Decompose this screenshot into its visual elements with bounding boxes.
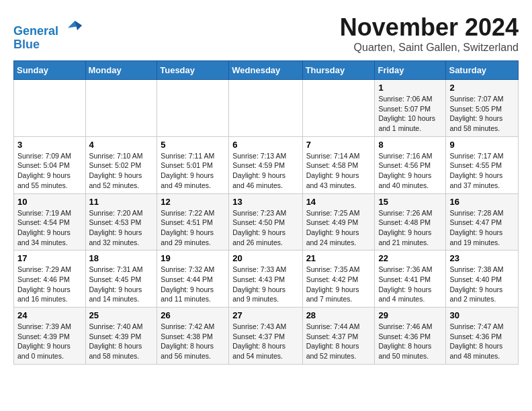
logo-line2: Blue [13,38,82,52]
calendar-week-row: 17Sunrise: 7:29 AM Sunset: 4:46 PM Dayli… [14,250,519,308]
day-info: Sunrise: 7:17 AM Sunset: 4:55 PM Dayligh… [449,151,515,191]
day-number: 8 [378,140,442,150]
day-info: Sunrise: 7:36 AM Sunset: 4:41 PM Dayligh… [378,265,442,304]
calendar-cell: 30Sunrise: 7:47 AM Sunset: 4:36 PM Dayli… [446,308,519,365]
day-number: 15 [378,197,442,207]
calendar-cell: 25Sunrise: 7:40 AM Sunset: 4:39 PM Dayli… [85,308,157,365]
day-info: Sunrise: 7:22 AM Sunset: 4:51 PM Dayligh… [161,208,225,248]
day-info: Sunrise: 7:07 AM Sunset: 5:05 PM Dayligh… [449,94,515,134]
day-info: Sunrise: 7:42 AM Sunset: 4:38 PM Dayligh… [161,322,225,361]
day-number: 11 [89,197,154,207]
calendar-cell: 24Sunrise: 7:39 AM Sunset: 4:39 PM Dayli… [14,308,86,365]
calendar-cell: 18Sunrise: 7:31 AM Sunset: 4:45 PM Dayli… [85,250,157,308]
day-info: Sunrise: 7:28 AM Sunset: 4:47 PM Dayligh… [449,208,515,248]
calendar-cell: 3Sunrise: 7:09 AM Sunset: 5:04 PM Daylig… [14,136,86,193]
day-number: 13 [232,197,298,207]
day-info: Sunrise: 7:47 AM Sunset: 4:36 PM Dayligh… [449,322,515,361]
calendar-cell: 20Sunrise: 7:33 AM Sunset: 4:43 PM Dayli… [229,250,302,308]
day-number: 2 [449,83,515,93]
calendar-cell: 1Sunrise: 7:06 AM Sunset: 5:07 PM Daylig… [375,80,446,137]
day-number: 29 [378,310,442,320]
day-info: Sunrise: 7:44 AM Sunset: 4:37 PM Dayligh… [306,322,371,361]
page-header: General Blue November 2024 Quarten, Sain… [13,13,519,54]
calendar-cell: 2Sunrise: 7:07 AM Sunset: 5:05 PM Daylig… [446,80,519,137]
day-info: Sunrise: 7:13 AM Sunset: 4:59 PM Dayligh… [232,151,298,191]
day-number: 28 [306,310,371,320]
day-number: 10 [17,197,82,207]
calendar-cell: 15Sunrise: 7:26 AM Sunset: 4:48 PM Dayli… [375,193,446,250]
day-number: 3 [17,140,82,150]
day-number: 18 [89,253,154,263]
calendar-cell: 7Sunrise: 7:14 AM Sunset: 4:58 PM Daylig… [302,136,375,193]
month-title: November 2024 [340,13,519,42]
day-number: 9 [449,140,515,150]
day-info: Sunrise: 7:33 AM Sunset: 4:43 PM Dayligh… [232,265,298,304]
day-info: Sunrise: 7:19 AM Sunset: 4:54 PM Dayligh… [17,208,82,248]
day-of-week-header: Tuesday [157,61,229,80]
day-number: 14 [306,197,371,207]
day-of-week-header: Sunday [14,61,86,80]
calendar-cell [302,80,375,137]
calendar-cell: 9Sunrise: 7:17 AM Sunset: 4:55 PM Daylig… [446,136,519,193]
calendar-cell: 17Sunrise: 7:29 AM Sunset: 4:46 PM Dayli… [14,250,86,308]
day-number: 20 [232,253,298,263]
calendar-cell [157,80,229,137]
calendar-cell [85,80,157,137]
logo-line1: General [13,24,58,38]
day-info: Sunrise: 7:39 AM Sunset: 4:39 PM Dayligh… [17,322,82,361]
day-info: Sunrise: 7:25 AM Sunset: 4:49 PM Dayligh… [306,208,371,248]
calendar-cell: 12Sunrise: 7:22 AM Sunset: 4:51 PM Dayli… [157,193,229,250]
calendar-cell: 10Sunrise: 7:19 AM Sunset: 4:54 PM Dayli… [14,193,86,250]
calendar-week-row: 1Sunrise: 7:06 AM Sunset: 5:07 PM Daylig… [14,80,519,137]
day-of-week-header: Saturday [446,61,519,80]
calendar-week-row: 24Sunrise: 7:39 AM Sunset: 4:39 PM Dayli… [14,308,519,365]
day-info: Sunrise: 7:09 AM Sunset: 5:04 PM Dayligh… [17,151,82,191]
calendar-cell: 22Sunrise: 7:36 AM Sunset: 4:41 PM Dayli… [375,250,446,308]
day-number: 25 [89,310,154,320]
day-info: Sunrise: 7:11 AM Sunset: 5:01 PM Dayligh… [161,151,225,191]
calendar-cell: 23Sunrise: 7:38 AM Sunset: 4:40 PM Dayli… [446,250,519,308]
calendar-cell: 27Sunrise: 7:43 AM Sunset: 4:37 PM Dayli… [229,308,302,365]
day-info: Sunrise: 7:31 AM Sunset: 4:45 PM Dayligh… [89,265,154,304]
day-number: 4 [89,140,154,150]
calendar-header-row: SundayMondayTuesdayWednesdayThursdayFrid… [14,61,519,80]
calendar-cell: 16Sunrise: 7:28 AM Sunset: 4:47 PM Dayli… [446,193,519,250]
day-info: Sunrise: 7:14 AM Sunset: 4:58 PM Dayligh… [306,151,371,191]
day-info: Sunrise: 7:20 AM Sunset: 4:53 PM Dayligh… [89,208,154,248]
day-number: 22 [378,253,442,263]
calendar-cell [14,80,86,137]
day-info: Sunrise: 7:32 AM Sunset: 4:44 PM Dayligh… [161,265,225,304]
day-number: 16 [449,197,515,207]
day-number: 7 [306,140,371,150]
day-of-week-header: Thursday [302,61,375,80]
day-number: 21 [306,253,371,263]
day-of-week-header: Wednesday [229,61,302,80]
calendar-cell: 5Sunrise: 7:11 AM Sunset: 5:01 PM Daylig… [157,136,229,193]
day-number: 19 [161,253,225,263]
day-info: Sunrise: 7:35 AM Sunset: 4:42 PM Dayligh… [306,265,371,304]
day-info: Sunrise: 7:26 AM Sunset: 4:48 PM Dayligh… [378,208,442,248]
day-of-week-header: Friday [375,61,446,80]
day-number: 17 [17,253,82,263]
day-number: 23 [449,253,515,263]
calendar-cell: 11Sunrise: 7:20 AM Sunset: 4:53 PM Dayli… [85,193,157,250]
logo-text: General [13,16,82,38]
day-number: 30 [449,310,515,320]
day-number: 6 [232,140,298,150]
calendar-cell: 29Sunrise: 7:46 AM Sunset: 4:36 PM Dayli… [375,308,446,365]
logo: General Blue [13,16,82,52]
day-info: Sunrise: 7:06 AM Sunset: 5:07 PM Dayligh… [378,94,442,134]
calendar-table: SundayMondayTuesdayWednesdayThursdayFrid… [13,60,519,365]
day-info: Sunrise: 7:38 AM Sunset: 4:40 PM Dayligh… [449,265,515,304]
calendar-week-row: 10Sunrise: 7:19 AM Sunset: 4:54 PM Dayli… [14,193,519,250]
title-block: November 2024 Quarten, Saint Gallen, Swi… [340,13,519,54]
calendar-cell [229,80,302,137]
day-info: Sunrise: 7:29 AM Sunset: 4:46 PM Dayligh… [17,265,82,304]
day-number: 1 [378,83,442,93]
day-info: Sunrise: 7:16 AM Sunset: 4:56 PM Dayligh… [378,151,442,191]
day-number: 5 [161,140,225,150]
day-number: 24 [17,310,82,320]
calendar-cell: 13Sunrise: 7:23 AM Sunset: 4:50 PM Dayli… [229,193,302,250]
day-info: Sunrise: 7:23 AM Sunset: 4:50 PM Dayligh… [232,208,298,248]
day-info: Sunrise: 7:43 AM Sunset: 4:37 PM Dayligh… [232,322,298,361]
